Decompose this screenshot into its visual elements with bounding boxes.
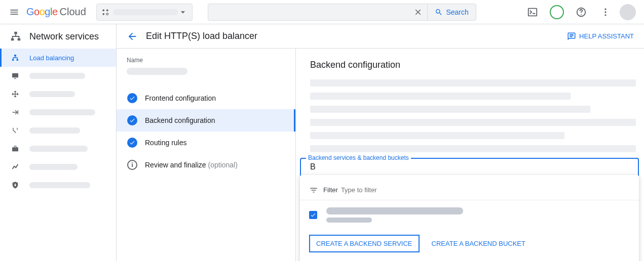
check-circle-icon <box>127 138 137 148</box>
sidebar-item-label-placeholder <box>29 73 85 79</box>
step-routing-rules[interactable]: Routing rules <box>117 132 295 154</box>
green-circle-icon <box>550 5 564 19</box>
more-vert-icon <box>600 7 611 17</box>
svg-point-7 <box>604 11 606 13</box>
project-selector-dropdown[interactable] <box>96 4 193 21</box>
hamburger-icon <box>9 7 19 17</box>
search-clear-button[interactable] <box>409 8 427 17</box>
shield-icon <box>10 181 20 189</box>
create-backend-service-button[interactable]: CREATE A BACKEND SERVICE <box>309 235 420 252</box>
svg-point-1 <box>106 9 108 11</box>
filter-label: Filter <box>323 186 338 194</box>
load-balancing-icon <box>10 54 20 62</box>
name-field-value-placeholder <box>127 68 187 75</box>
check-circle-icon <box>127 115 137 125</box>
google-cloud-logo[interactable]: Google Cloud <box>26 6 86 18</box>
description-placeholder <box>310 79 636 86</box>
sidebar-item-label-placeholder <box>29 182 90 188</box>
help-assistant-label: HELP ASSISTANT <box>579 32 634 40</box>
search-icon <box>435 8 443 16</box>
help-button[interactable] <box>571 2 591 22</box>
svg-rect-13 <box>12 59 14 61</box>
svg-point-0 <box>102 9 104 11</box>
chart-icon <box>10 163 20 171</box>
description-placeholder <box>310 132 564 139</box>
option-checkbox-checked[interactable] <box>309 211 317 219</box>
step-backend-configuration[interactable]: Backend configuration <box>117 109 295 132</box>
svg-rect-18 <box>15 185 16 186</box>
arrow-right-icon <box>10 108 20 116</box>
sidebar-item-placeholder[interactable] <box>0 103 116 121</box>
step-review-finalize[interactable]: i Review and finalize (optional) <box>117 154 295 176</box>
step-optional-label: (optional) <box>208 161 238 169</box>
cloud-shell-button[interactable] <box>522 2 543 22</box>
info-circle-icon: i <box>127 160 137 170</box>
hamburger-menu-button[interactable] <box>4 2 24 22</box>
sidebar-item-load-balancing[interactable]: Load balancing <box>0 49 116 67</box>
filter-row: Filter <box>300 180 639 200</box>
section-title: Backend configuration <box>310 60 636 70</box>
sidebar-item-label-placeholder <box>29 146 88 152</box>
svg-point-3 <box>106 13 108 15</box>
backend-option-row[interactable] <box>300 200 639 230</box>
option-subtitle-placeholder <box>326 218 372 223</box>
svg-rect-11 <box>18 38 20 41</box>
connector-icon <box>10 126 20 135</box>
step-label: Frontend configuration <box>145 94 216 102</box>
svg-rect-9 <box>14 32 17 34</box>
filter-input[interactable] <box>341 186 426 194</box>
account-avatar[interactable] <box>620 4 636 20</box>
arrow-back-icon <box>127 31 138 42</box>
svg-point-6 <box>604 8 606 10</box>
sidebar-item-placeholder[interactable] <box>0 158 116 176</box>
description-placeholder <box>310 93 571 100</box>
sidebar-item-placeholder[interactable] <box>0 85 116 103</box>
svg-point-2 <box>102 13 104 15</box>
sidebar-item-label: Load balancing <box>29 54 74 62</box>
move-icon <box>10 90 20 98</box>
option-title-placeholder <box>326 207 463 214</box>
sidebar-item-placeholder[interactable] <box>0 67 116 85</box>
sidebar-item-label-placeholder <box>29 109 95 115</box>
sidebar: Network services Load balancing <box>0 24 117 261</box>
search-box: Search <box>208 4 476 21</box>
sidebar-item-placeholder[interactable] <box>0 140 116 158</box>
backend-config-panel: Backend configuration B Backend services… <box>296 49 644 261</box>
check-circle-icon <box>127 93 137 103</box>
sidebar-item-placeholder[interactable] <box>0 121 116 140</box>
svg-rect-14 <box>17 59 18 61</box>
sidebar-header[interactable]: Network services <box>0 24 116 49</box>
terminal-icon <box>527 7 538 18</box>
sidebar-item-label-placeholder <box>29 91 75 97</box>
backend-selector-legend: Backend services & backend buckets <box>306 154 411 161</box>
briefcase-icon <box>10 145 20 153</box>
back-button[interactable] <box>127 31 138 42</box>
cloud-text: Cloud <box>60 6 86 18</box>
sidebar-title: Network services <box>29 31 99 42</box>
sidebar-item-placeholder[interactable] <box>0 176 116 194</box>
page-title: Edit HTTP(S) load balancer <box>146 31 257 41</box>
trial-status-indicator[interactable] <box>547 2 567 22</box>
svg-point-8 <box>604 14 606 16</box>
step-label: Routing rules <box>145 139 187 147</box>
step-label: Backend configuration <box>145 116 215 124</box>
svg-rect-17 <box>12 147 18 151</box>
network-services-icon <box>10 31 21 42</box>
create-backend-bucket-button[interactable]: CREATE A BACKEND BUCKET <box>430 236 527 251</box>
step-frontend-configuration[interactable]: Frontend configuration <box>117 87 295 109</box>
help-assistant-link[interactable]: HELP ASSISTANT <box>567 32 634 41</box>
search-button[interactable]: Search <box>427 4 475 20</box>
svg-point-19 <box>15 184 16 185</box>
description-placeholder <box>310 106 590 113</box>
name-field-label: Name <box>117 57 295 64</box>
checkmark-icon <box>310 212 316 218</box>
svg-rect-15 <box>12 73 18 78</box>
sidebar-item-label-placeholder <box>29 127 80 134</box>
config-steps-panel: Name Frontend configuration Backend conf… <box>117 49 296 261</box>
chat-icon <box>567 32 576 41</box>
more-options-button[interactable] <box>595 2 616 22</box>
backend-selector-dropdown-panel: Filter C <box>300 175 639 261</box>
search-input[interactable] <box>208 8 409 16</box>
content-header: Edit HTTP(S) load balancer HELP ASSISTAN… <box>117 24 644 49</box>
help-icon <box>576 7 587 18</box>
